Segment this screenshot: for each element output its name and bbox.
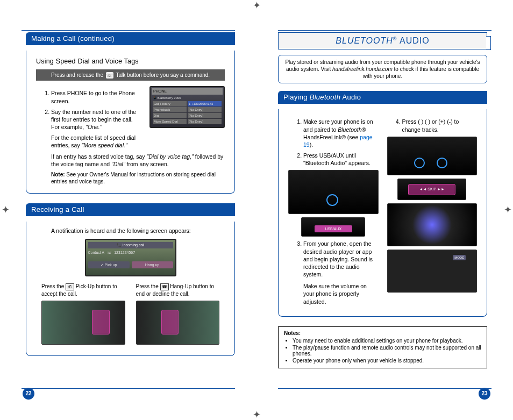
- talk-icon: ☏: [106, 72, 113, 79]
- bt-step-3: From your phone, open the desired audio …: [303, 240, 379, 305]
- tip-text-post: Talk button before you say a command.: [116, 72, 210, 78]
- bt-step-2: Press USB/AUX until "Bluetooth Audio" ap…: [303, 152, 379, 167]
- crop-line: [22, 388, 235, 389]
- no-entry: (No Entry): [188, 119, 222, 124]
- notes-label: Notes:: [284, 330, 301, 336]
- page-left: Making a Call (continued) Using Speed Di…: [0, 0, 256, 420]
- sh-b: Bluetooth: [310, 93, 341, 101]
- sh-c: Audio: [340, 93, 361, 101]
- step-2: Say the number next to one of the first …: [51, 108, 142, 150]
- page-number-left: 22: [23, 388, 34, 400]
- no-entry: (No Entry): [188, 107, 222, 112]
- incoming-label: Incoming call: [123, 243, 145, 247]
- s1b: Bluetooth: [338, 126, 361, 133]
- section-header-making-call: Making a Call (continued): [26, 32, 235, 45]
- tip-text-pre: Press and release the: [51, 72, 103, 78]
- vt-a: If an entry has a stored voice tag, say: [51, 153, 146, 160]
- note-speed-dial: Note: See your Owner's Manual for instru…: [51, 171, 225, 186]
- usb-aux-label: USB/AUX: [315, 225, 352, 232]
- note-3: Operate your phone only when your vehicl…: [293, 358, 481, 364]
- section-header-playing: Playing Bluetooth Audio: [278, 91, 487, 104]
- row-dial: Dial: [153, 113, 187, 118]
- center-console-image: [288, 170, 379, 214]
- title-tab: [486, 36, 491, 50]
- notes-box: Notes: You may need to enable additional…: [278, 326, 487, 368]
- hangup-instruction: Press the ☎ Hang-Up button to end or dec…: [136, 283, 220, 297]
- phone-screen-title: PHONE: [152, 88, 223, 94]
- incoming-contact: Contact A: [88, 251, 104, 254]
- hangup-btn: Hang up: [132, 261, 173, 268]
- mode-label: MODE: [453, 255, 466, 260]
- step-1: Press PHONE to go to the Phone screen.: [51, 89, 142, 104]
- sh-a: Playing: [283, 93, 310, 101]
- page-title-bluetooth-audio: BLUETOOTH® AUDIO: [278, 32, 487, 49]
- vt-d: "Dial": [111, 161, 125, 167]
- crop-line: [278, 388, 491, 389]
- subhead-speed-dial: Using Speed Dial and Voice Tags: [36, 57, 225, 66]
- usb-aux-image: USB/AUX: [301, 217, 365, 237]
- instrument-cluster-image: [387, 203, 478, 246]
- bt-step-1: Make sure your phone is on and paired to…: [303, 118, 379, 148]
- no-entry: (No Entry): [188, 113, 222, 118]
- receiving-intro: A notification is heard and the followin…: [51, 227, 225, 234]
- note-text: See your Owner's Manual for instructions…: [51, 172, 216, 185]
- pickup-instruction: Press the ✆ Pick-Up button to accept the…: [41, 283, 125, 297]
- page-number-right: 23: [479, 388, 490, 400]
- s1d: ).: [310, 141, 313, 148]
- pickup-icon: ✆: [66, 283, 74, 290]
- crop-line: [22, 30, 235, 31]
- vt-b: "Dial by voice tag,": [146, 153, 193, 160]
- title-bluetooth: BLUETOOTH: [336, 36, 393, 45]
- pu-a: Press the: [41, 283, 66, 289]
- note-2: The play/pause function and remote audio…: [293, 345, 481, 357]
- row-call-history: Call History: [153, 101, 187, 106]
- tip-bar: Press and release the ☏ Talk button befo…: [36, 69, 225, 81]
- phone-screen-image: PHONE 📱 BlackBerry 9000 Call History Pho…: [149, 86, 225, 128]
- pickup-button-image: [41, 301, 125, 345]
- skip-label: SKIP: [428, 187, 436, 191]
- note-label: Note:: [51, 172, 65, 177]
- speed-dial-entry: 1 +13105054173: [188, 101, 222, 106]
- hangup-button-image: [136, 301, 220, 345]
- phone-device: BlackBerry 9000: [158, 96, 181, 99]
- steering-wheel-image: MODE: [387, 250, 478, 293]
- title-audio: AUDIO: [397, 36, 429, 45]
- bt-step-4: Press ( ) ( ) or (+) (-) to change track…: [402, 118, 478, 133]
- manual-spread: Making a Call (continued) Using Speed Di…: [0, 0, 513, 420]
- section-header-receiving: Receiving a Call: [26, 203, 235, 216]
- incoming-call-screen: 📞 Incoming call Contact A ☏ 1231234567 ✓…: [85, 239, 176, 276]
- intro-box: Play stored or streaming audio from your…: [278, 55, 487, 83]
- step2-extra-cmd: "More speed dial.": [82, 142, 127, 148]
- content-playing: Make sure your phone is on and paired to…: [278, 109, 487, 316]
- crop-line: [278, 30, 491, 31]
- row-more-speed-dial: More Speed Dial: [153, 119, 187, 124]
- console-skip-image: [387, 137, 478, 175]
- row-phonebook: Phonebook: [153, 107, 187, 112]
- pickup-btn: Pick up: [104, 263, 117, 267]
- incoming-number: 1231234567: [114, 251, 135, 254]
- skip-closeup-image: ◄◄ SKIP ►►: [397, 179, 466, 200]
- hangup-icon: ☎: [160, 283, 169, 290]
- voice-tag-paragraph: If an entry has a stored voice tag, say …: [51, 153, 225, 168]
- s3a: From your phone, open the desired audio …: [303, 240, 373, 277]
- intro-site: handsfreelink.honda.com: [332, 66, 393, 72]
- content-making-call: Using Speed Dial and Voice Tags Press an…: [26, 51, 235, 194]
- page-right: BLUETOOTH® AUDIO Play stored or streamin…: [256, 0, 513, 420]
- note-1: You may need to enable additional settin…: [293, 338, 481, 344]
- content-receiving: A notification is heard and the followin…: [26, 222, 235, 357]
- hu-a: Press the: [136, 283, 160, 289]
- step2-example: "One.": [86, 124, 102, 130]
- vt-e: from any screen.: [125, 161, 169, 167]
- s3b: Make sure the volume on your phone is pr…: [303, 282, 379, 305]
